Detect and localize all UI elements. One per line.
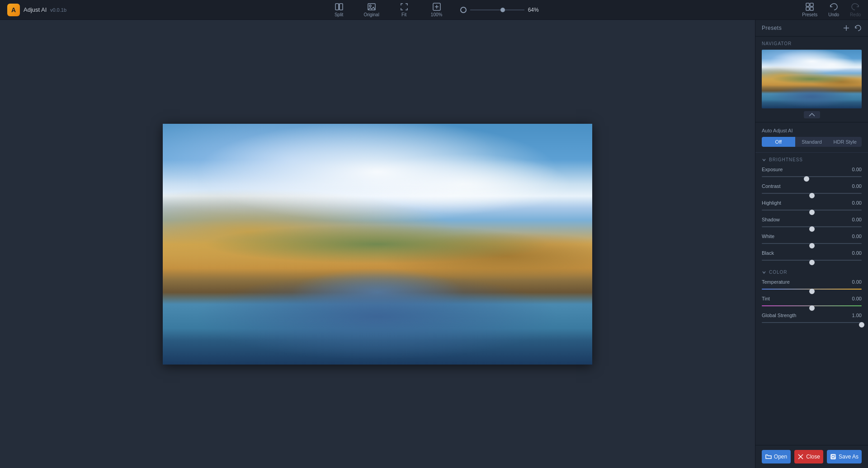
white-slider[interactable] bbox=[762, 240, 862, 247]
auto-adjust-off-button[interactable]: Off bbox=[762, 137, 795, 147]
bottom-buttons: Open Close Save As bbox=[755, 445, 868, 468]
panel-presets-header: Presets bbox=[755, 20, 868, 37]
shadow-slider[interactable] bbox=[762, 224, 862, 230]
photo-container bbox=[163, 124, 592, 365]
highlight-slider[interactable] bbox=[762, 207, 862, 213]
zoom-slider-track[interactable] bbox=[470, 9, 524, 10]
brightness-label: BRIGHTNESS bbox=[769, 157, 803, 162]
contrast-thumb[interactable] bbox=[809, 193, 815, 198]
zoom-dot[interactable] bbox=[460, 7, 467, 13]
photo-canvas-inner bbox=[163, 124, 592, 365]
svg-rect-10 bbox=[806, 7, 809, 10]
svg-rect-0 bbox=[335, 4, 339, 10]
zoom-control: 64% bbox=[460, 7, 539, 13]
reset-icon bbox=[854, 24, 862, 32]
app-name: Adjust AI v0.0.1b bbox=[24, 6, 66, 13]
plus-icon bbox=[843, 24, 850, 32]
tint-thumb[interactable] bbox=[809, 305, 815, 311]
canvas-area[interactable] bbox=[0, 20, 755, 468]
svg-rect-1 bbox=[340, 4, 343, 10]
temperature-slider[interactable] bbox=[762, 286, 862, 292]
contrast-slider[interactable] bbox=[762, 190, 862, 197]
adjustments-scroll[interactable]: Auto Adjust AI Off Standard HDR Style BR… bbox=[755, 122, 868, 445]
tint-slider[interactable] bbox=[762, 303, 862, 309]
svg-rect-18 bbox=[831, 457, 835, 459]
open-button[interactable]: Open bbox=[762, 450, 791, 463]
tint-slider-row: Tint 0.00 bbox=[755, 294, 868, 311]
split-icon bbox=[335, 2, 344, 11]
black-thumb[interactable] bbox=[809, 260, 815, 265]
exposure-slider[interactable] bbox=[762, 173, 862, 180]
redo-icon bbox=[851, 2, 860, 11]
svg-rect-11 bbox=[810, 7, 813, 10]
color-section-header[interactable]: COLOR bbox=[755, 265, 868, 277]
undo-tool[interactable]: Undo bbox=[828, 2, 839, 17]
white-slider-row: White 0.00 bbox=[755, 232, 868, 248]
navigator-label: NAVIGATOR bbox=[762, 41, 862, 46]
presets-icon bbox=[805, 2, 814, 11]
auto-adjust-label: Auto Adjust AI bbox=[762, 128, 862, 133]
svg-rect-9 bbox=[810, 3, 813, 6]
navigator-thumbnail-inner bbox=[762, 50, 862, 108]
photo-canvas bbox=[163, 124, 592, 365]
temperature-thumb[interactable] bbox=[809, 289, 815, 294]
split-tool[interactable]: Split bbox=[330, 2, 348, 17]
zoom100-tool[interactable]: 100% bbox=[428, 2, 446, 17]
brightness-section-header[interactable]: BRIGHTNESS bbox=[755, 153, 868, 165]
auto-adjust-section: Auto Adjust AI Off Standard HDR Style bbox=[755, 122, 868, 153]
close-button[interactable]: Close bbox=[794, 450, 823, 463]
exposure-thumb[interactable] bbox=[804, 176, 809, 182]
svg-rect-8 bbox=[806, 3, 809, 6]
zoom100-icon bbox=[432, 2, 441, 11]
contrast-slider-row: Contrast 0.00 bbox=[755, 182, 868, 198]
navigator-controls bbox=[762, 111, 862, 118]
original-icon bbox=[367, 2, 376, 11]
add-preset-button[interactable] bbox=[843, 24, 850, 32]
redo-tool[interactable]: Redo bbox=[850, 2, 861, 17]
presets-tool[interactable]: Presets bbox=[802, 2, 817, 17]
app-logo-icon: A bbox=[7, 4, 20, 16]
brightness-chevron-icon bbox=[762, 158, 766, 162]
color-section: COLOR Temperature 0.00 Tint bbox=[755, 265, 868, 328]
topbar-right: Presets Undo Redo bbox=[802, 2, 861, 17]
auto-adjust-hdr-button[interactable]: HDR Style bbox=[828, 137, 862, 147]
highlight-thumb[interactable] bbox=[809, 210, 815, 215]
shadow-thumb[interactable] bbox=[809, 226, 815, 232]
reset-preset-button[interactable] bbox=[854, 24, 862, 32]
black-slider[interactable] bbox=[762, 257, 862, 263]
global-strength-thumb[interactable] bbox=[859, 322, 864, 328]
color-chevron-icon bbox=[762, 270, 766, 275]
open-icon bbox=[765, 454, 772, 460]
global-strength-slider-row: Global Strength 1.00 bbox=[755, 311, 868, 328]
white-thumb[interactable] bbox=[809, 243, 815, 248]
auto-adjust-buttons: Off Standard HDR Style bbox=[762, 137, 862, 147]
zoom-value: 64% bbox=[528, 7, 539, 13]
auto-adjust-standard-button[interactable]: Standard bbox=[795, 137, 829, 147]
save-icon bbox=[830, 454, 836, 460]
navigator-thumbnail bbox=[762, 50, 862, 108]
zoom-slider-thumb[interactable] bbox=[500, 8, 505, 12]
presets-header-label: Presets bbox=[762, 25, 782, 31]
navigator-section: NAVIGATOR bbox=[755, 37, 868, 122]
global-strength-slider[interactable] bbox=[762, 319, 862, 326]
navigator-collapse-button[interactable] bbox=[804, 111, 820, 118]
panel-top-actions bbox=[843, 24, 862, 32]
chevron-up-icon bbox=[808, 112, 816, 117]
fit-tool[interactable]: Fit bbox=[395, 2, 413, 17]
brightness-section: BRIGHTNESS Exposure 0.00 Contr bbox=[755, 153, 868, 265]
svg-rect-17 bbox=[832, 454, 834, 456]
black-slider-row: Black 0.00 bbox=[755, 248, 868, 265]
temperature-slider-row: Temperature 0.00 bbox=[755, 277, 868, 294]
shadow-slider-row: Shadow 0.00 bbox=[755, 215, 868, 232]
main-content: Presets NAVIGATOR bbox=[0, 20, 868, 468]
svg-point-4 bbox=[369, 5, 371, 7]
original-tool[interactable]: Original bbox=[363, 2, 381, 17]
topbar: A Adjust AI v0.0.1b Split Original bbox=[0, 0, 868, 20]
highlight-slider-row: Highlight 0.00 bbox=[755, 198, 868, 215]
color-label: COLOR bbox=[769, 270, 788, 275]
right-panel: Presets NAVIGATOR bbox=[755, 20, 868, 468]
app-logo: A Adjust AI v0.0.1b bbox=[7, 4, 66, 16]
save-as-button[interactable]: Save As bbox=[827, 450, 862, 463]
topbar-center: Split Original Fit 1 bbox=[77, 2, 791, 17]
fit-icon bbox=[400, 2, 409, 11]
